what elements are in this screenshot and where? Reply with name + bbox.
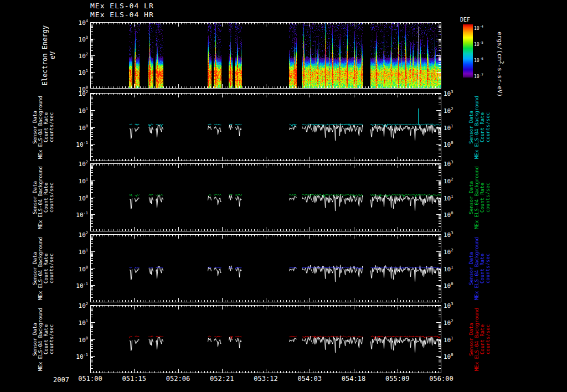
panel-3-right-axis-label: Sensor DataMEx ELS-04 BackgroundCount Ra…: [468, 166, 491, 229]
left-y-tick-label: 102: [79, 159, 88, 168]
left-y-tick-label: 101: [79, 176, 88, 185]
axis-label-line: Sensor Data: [468, 96, 474, 159]
axis-label-line: counts/sec: [49, 96, 54, 159]
spectrogram-y-tick-label: 101: [79, 68, 88, 76]
axis-label-line: counts/sec: [485, 308, 491, 371]
panel-3-left-axis-label: Sensor DataMEx ELS-04 BackgroundCount Ra…: [32, 166, 54, 229]
plot-title-lr: MEx ELS-04 LR: [90, 2, 154, 10]
electron-energy-label: Electron Energy: [41, 25, 49, 85]
spectrogram-y-tick-label: 104: [79, 18, 88, 27]
right-y-tick-label: 101: [444, 335, 453, 344]
left-y-tick-label: 10-1: [76, 140, 88, 148]
left-y-tick-label: 102: [79, 230, 88, 239]
x-tick-label: 052:21: [210, 375, 234, 382]
x-axis-year-label: 2007: [53, 376, 69, 384]
panel-5-right-axis-label: Sensor DataMEx ELS-04 BackgroundCount Ra…: [468, 308, 491, 371]
count-rate-panel-blue-canvas: [90, 234, 441, 302]
x-tick-label: 054:03: [298, 375, 322, 382]
axis-label-line: Sensor Data: [468, 237, 474, 300]
axis-label-line: counts/sec: [49, 166, 54, 229]
left-y-tick-label: 101: [79, 106, 88, 115]
x-tick-label: 055:09: [385, 375, 409, 382]
left-y-tick-label: 10-1: [76, 352, 88, 360]
panel-2-left-axis-label: Sensor DataMEx ELS-04 BackgroundCount Ra…: [32, 96, 54, 159]
x-tick-label: 052:06: [166, 375, 190, 382]
right-y-tick-label: 100: [444, 281, 453, 290]
axis-label-line: MEx ELS-04 Background: [474, 308, 480, 371]
right-y-tick-label: 101: [444, 193, 453, 202]
left-y-tick-label: 10-1: [76, 210, 88, 219]
axis-label-line: Sensor Data: [32, 166, 38, 229]
panel-4-left-axis-label: Sensor DataMEx ELS-04 BackgroundCount Ra…: [32, 237, 54, 300]
axis-label-line: Count Rate: [480, 166, 485, 229]
axis-label-line: Count Rate: [480, 96, 485, 159]
axis-label-line: MEx ELS-04 Background: [474, 237, 480, 300]
x-tick-label: 051:15: [122, 375, 146, 382]
left-y-tick-label: 100: [79, 335, 88, 344]
right-y-tick-label: 103: [444, 301, 453, 310]
x-tick-label: 054:18: [342, 375, 365, 382]
axis-label-line: Sensor Data: [468, 166, 474, 229]
axis-label-line: Sensor Data: [468, 308, 474, 371]
colorbar: [463, 24, 473, 78]
els-plot-root: MEx ELS-04 LR MEx ELS-04 HR Electron Ene…: [0, 0, 567, 392]
right-y-tick-label: 103: [444, 159, 453, 168]
panel-5-left-axis-label: Sensor DataMEx ELS-04 BackgroundCount Ra…: [32, 308, 54, 371]
count-rate-panel-green-canvas: [90, 163, 441, 231]
panel-2-right-axis-label: Sensor DataMEx ELS-04 BackgroundCount Ra…: [468, 96, 491, 159]
right-y-tick-label: 102: [444, 176, 453, 185]
left-y-tick-label: 101: [79, 318, 88, 327]
axis-label-line: counts/sec: [49, 237, 54, 300]
x-tick-label: 051:00: [78, 375, 102, 382]
spectrogram-y-tick-label: 102: [79, 51, 88, 60]
right-y-tick-label: 102: [444, 318, 453, 327]
axis-label-line: counts/sec: [485, 237, 491, 300]
colorbar-tick-label: 10-5: [474, 40, 483, 47]
left-y-tick-label: 102: [79, 89, 88, 97]
left-y-tick-label: 101: [79, 247, 88, 256]
left-y-tick-label: 100: [79, 193, 88, 202]
right-y-tick-label: 100: [444, 352, 453, 360]
colorbar-tick-label: 10-4: [474, 24, 483, 31]
right-y-tick-label: 100: [444, 140, 453, 148]
axis-label-line: MEx ELS-04 Background: [474, 96, 480, 159]
right-y-tick-label: 102: [444, 247, 453, 256]
plot-title-hr: MEx ELS-04 HR: [90, 11, 154, 19]
axis-label-line: counts/sec: [485, 166, 491, 229]
axis-label-line: MEx ELS-04 Background: [38, 237, 43, 300]
colorbar-units-label: ergs/(cm2-s-sr-eV): [496, 32, 506, 97]
axis-label-line: MEx ELS-04 Background: [38, 96, 43, 159]
right-y-tick-label: 100: [444, 210, 453, 219]
axis-label-line: Count Rate: [43, 96, 49, 159]
axis-label-line: Count Rate: [43, 166, 49, 229]
axis-label-line: MEx ELS-04 Background: [38, 308, 43, 371]
x-tick-label: 056:00: [429, 375, 453, 382]
panel-4-right-axis-label: Sensor DataMEx ELS-04 BackgroundCount Ra…: [468, 237, 491, 300]
x-tick-label: 053:12: [254, 375, 277, 382]
colorbar-tick-label: 10-6: [474, 56, 483, 63]
ev-units-label: eV: [49, 25, 56, 85]
axis-label-line: Sensor Data: [32, 237, 38, 300]
right-y-tick-label: 103: [444, 89, 453, 97]
right-y-tick-label: 101: [444, 123, 453, 132]
axis-label-line: MEx ELS-04 Background: [474, 166, 480, 229]
axis-label-line: counts/sec: [49, 308, 54, 371]
spectrogram-canvas: [90, 22, 441, 89]
axis-label-line: Count Rate: [43, 308, 49, 371]
axis-label-line: counts/sec: [485, 96, 491, 159]
right-y-tick-label: 102: [444, 106, 453, 115]
axis-label-line: Count Rate: [43, 237, 49, 300]
colorbar-def-label: DEF: [460, 17, 470, 23]
axis-label-line: Count Rate: [480, 308, 485, 371]
count-rate-panel-cyan-canvas: [90, 93, 441, 161]
right-y-tick-label: 101: [444, 264, 453, 273]
left-y-tick-label: 10-1: [76, 281, 88, 290]
axis-label-line: Sensor Data: [32, 96, 38, 159]
axis-label-line: MEx ELS-04 Background: [38, 166, 43, 229]
axis-label-line: Count Rate: [480, 237, 485, 300]
colorbar-tick-label: 10-7: [474, 73, 483, 79]
count-rate-panel-red-canvas: [90, 305, 441, 373]
spectrogram-y-axis-label: Electron Energy eV: [41, 25, 56, 85]
left-y-tick-label: 100: [79, 123, 88, 132]
axis-label-line: Sensor Data: [32, 308, 38, 371]
